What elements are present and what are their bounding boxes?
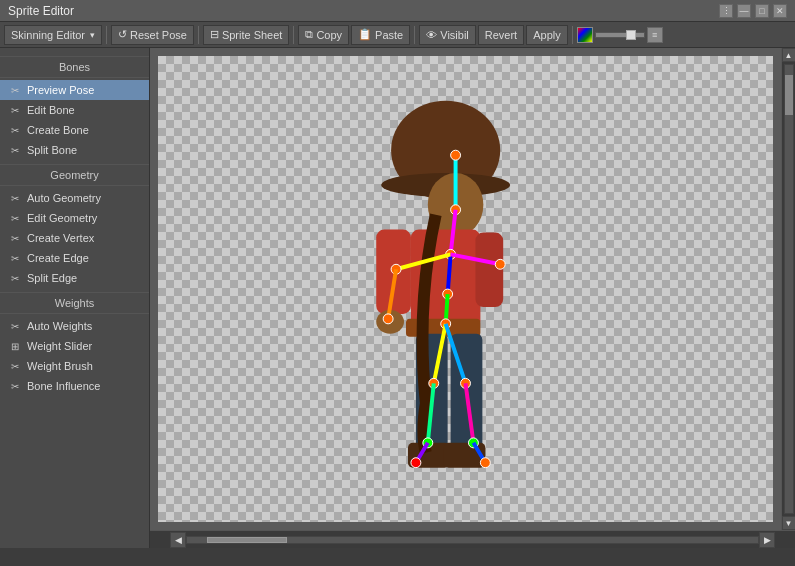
create-bone-icon: ✂ (8, 123, 22, 137)
sidebar-item-bone-influence[interactable]: ✂ Bone Influence (0, 376, 149, 396)
copy-label: Copy (316, 29, 342, 41)
scroll-up-arrow[interactable]: ▲ (782, 48, 796, 62)
main-layout: Bones ✂ Preview Pose ✂ Edit Bone ✂ Creat… (0, 48, 795, 548)
toolbar-sep-2 (198, 26, 199, 44)
create-edge-label: Create Edge (27, 252, 89, 264)
visibility-button[interactable]: 👁 Visibil (419, 25, 476, 45)
toolbar-sep-5 (572, 26, 573, 44)
copy-icon: ⧉ (305, 28, 313, 41)
toolbar-sep-3 (293, 26, 294, 44)
title-bar-text: Sprite Editor (8, 4, 74, 18)
sidebar-item-weight-slider[interactable]: ⊞ Weight Slider (0, 336, 149, 356)
create-vertex-label: Create Vertex (27, 232, 94, 244)
bone-influence-icon: ✂ (8, 379, 22, 393)
skinning-editor-label: Skinning Editor (11, 29, 85, 41)
sidebar-item-edit-bone[interactable]: ✂ Edit Bone (0, 100, 149, 120)
eye-icon: 👁 (426, 29, 437, 41)
h-scroll-thumb[interactable] (207, 537, 287, 543)
scroll-down-arrow[interactable]: ▼ (782, 516, 796, 530)
sidebar-item-preview-pose[interactable]: ✂ Preview Pose (0, 80, 149, 100)
sidebar-item-weight-brush[interactable]: ✂ Weight Brush (0, 356, 149, 376)
apply-label: Apply (533, 29, 561, 41)
toolbar: Skinning Editor ↺ Reset Pose ⊟ Sprite Sh… (0, 22, 795, 48)
apply-button[interactable]: Apply (526, 25, 568, 45)
visibility-label: Visibil (440, 29, 469, 41)
toolbar-sep-1 (106, 26, 107, 44)
edit-bone-icon: ✂ (8, 103, 22, 117)
auto-geometry-label: Auto Geometry (27, 192, 101, 204)
v-scroll-thumb[interactable] (785, 75, 793, 115)
sidebar: Bones ✂ Preview Pose ✂ Edit Bone ✂ Creat… (0, 48, 150, 548)
copy-button[interactable]: ⧉ Copy (298, 25, 349, 45)
canvas-container: ▲ ▼ ◀ ▶ (150, 48, 795, 548)
edit-bone-label: Edit Bone (27, 104, 75, 116)
reset-pose-button[interactable]: ↺ Reset Pose (111, 25, 194, 45)
reset-pose-label: Reset Pose (130, 29, 187, 41)
sidebar-item-edit-geometry[interactable]: ✂ Edit Geometry (0, 208, 149, 228)
weights-section-header: Weights (0, 292, 149, 314)
create-vertex-icon: ✂ (8, 231, 22, 245)
opacity-slider[interactable] (595, 32, 645, 38)
split-bone-label: Split Bone (27, 144, 77, 156)
split-edge-icon: ✂ (8, 271, 22, 285)
bones-header-text: Bones (59, 61, 90, 73)
sidebar-item-auto-weights[interactable]: ✂ Auto Weights (0, 316, 149, 336)
weight-slider-label: Weight Slider (27, 340, 92, 352)
toolbar-end-btn[interactable]: ≡ (647, 27, 663, 43)
auto-weights-icon: ✂ (8, 319, 22, 333)
paste-button[interactable]: 📋 Paste (351, 25, 410, 45)
title-bar-maximize-btn[interactable]: □ (755, 4, 769, 18)
edit-geometry-label: Edit Geometry (27, 212, 97, 224)
title-bar: Sprite Editor ⋮ — □ ✕ (0, 0, 795, 22)
title-bar-close-btn[interactable]: ✕ (773, 4, 787, 18)
h-scroll-track[interactable] (186, 536, 759, 544)
paste-icon: 📋 (358, 28, 372, 41)
canvas-row: ▲ ▼ (150, 48, 795, 530)
preview-pose-label: Preview Pose (27, 84, 94, 96)
color-swatch[interactable] (577, 27, 593, 43)
canvas-area[interactable] (150, 48, 781, 530)
toolbar-sep-4 (414, 26, 415, 44)
split-bone-icon: ✂ (8, 143, 22, 157)
edit-geometry-icon: ✂ (8, 211, 22, 225)
create-bone-label: Create Bone (27, 124, 89, 136)
bone-influence-label: Bone Influence (27, 380, 100, 392)
bottom-scrollbar: ◀ ▶ (150, 530, 795, 548)
sidebar-item-auto-geometry[interactable]: ✂ Auto Geometry (0, 188, 149, 208)
reset-pose-icon: ↺ (118, 28, 127, 41)
scroll-left-arrow[interactable]: ◀ (170, 532, 186, 548)
weight-slider-icon: ⊞ (8, 339, 22, 353)
title-bar-menu-btn[interactable]: ⋮ (719, 4, 733, 18)
weight-brush-icon: ✂ (8, 359, 22, 373)
weights-header-text: Weights (55, 297, 95, 309)
weight-brush-label: Weight Brush (27, 360, 93, 372)
paste-label: Paste (375, 29, 403, 41)
geometry-header-text: Geometry (50, 169, 98, 181)
split-edge-label: Split Edge (27, 272, 77, 284)
revert-button[interactable]: Revert (478, 25, 524, 45)
skinning-editor-dropdown[interactable]: Skinning Editor (4, 25, 102, 45)
checker-background (158, 56, 773, 522)
revert-label: Revert (485, 29, 517, 41)
sidebar-item-split-edge[interactable]: ✂ Split Edge (0, 268, 149, 288)
right-scrollbar[interactable]: ▲ ▼ (781, 48, 795, 530)
sprite-sheet-label: Sprite Sheet (222, 29, 283, 41)
title-bar-controls: ⋮ — □ ✕ (719, 4, 787, 18)
create-edge-icon: ✂ (8, 251, 22, 265)
sidebar-item-create-bone[interactable]: ✂ Create Bone (0, 120, 149, 140)
auto-weights-label: Auto Weights (27, 320, 92, 332)
sprite-sheet-icon: ⊟ (210, 28, 219, 41)
title-bar-minimize-btn[interactable]: — (737, 4, 751, 18)
scroll-right-arrow[interactable]: ▶ (759, 532, 775, 548)
sidebar-item-split-bone[interactable]: ✂ Split Bone (0, 140, 149, 160)
preview-pose-icon: ✂ (8, 83, 22, 97)
sidebar-item-create-vertex[interactable]: ✂ Create Vertex (0, 228, 149, 248)
v-scroll-track[interactable] (784, 64, 794, 514)
geometry-section-header: Geometry (0, 164, 149, 186)
sidebar-item-create-edge[interactable]: ✂ Create Edge (0, 248, 149, 268)
sprite-sheet-button[interactable]: ⊟ Sprite Sheet (203, 25, 290, 45)
auto-geometry-icon: ✂ (8, 191, 22, 205)
bones-section-header: Bones (0, 56, 149, 78)
